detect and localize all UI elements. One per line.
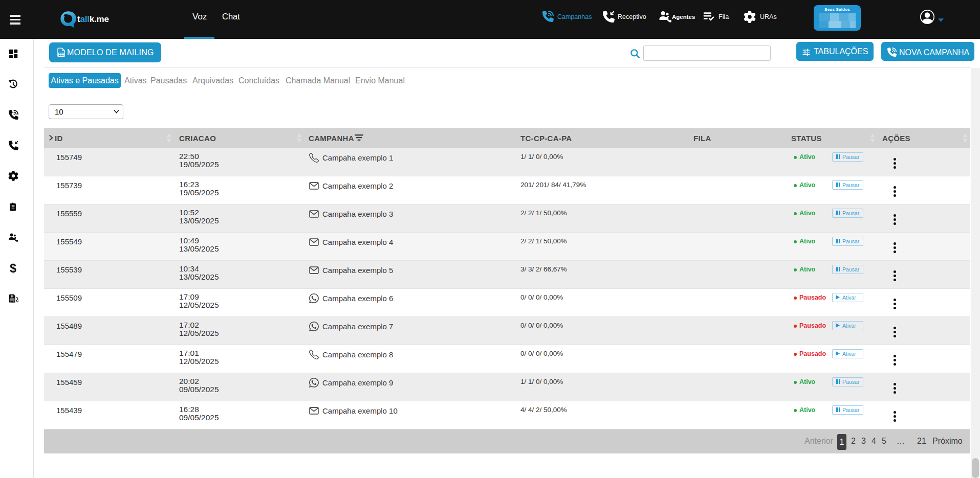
svg-text:$: $	[11, 295, 13, 298]
